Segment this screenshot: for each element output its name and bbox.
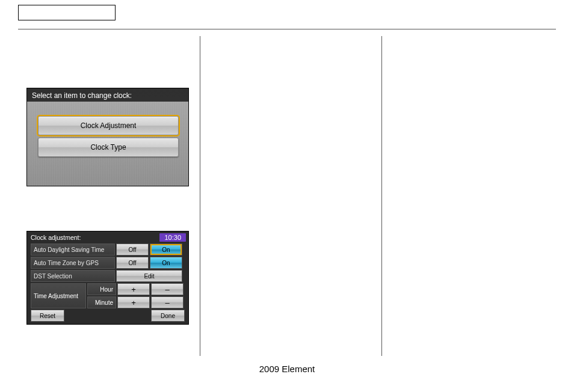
clock-menu-screenshot: Select an item to change clock: Clock Ad…	[26, 88, 189, 186]
timezone-label: Auto Time Zone by GPS	[31, 257, 115, 269]
clock-adjustment-button[interactable]: Clock Adjustment	[38, 116, 179, 135]
minute-label: Minute	[87, 296, 116, 308]
hour-minus-button[interactable]: –	[151, 283, 184, 295]
time-adjustment-group: Time Adjustment Hour + – Minute + –	[27, 282, 188, 308]
screen1-panel: Clock Adjustment Clock Type	[27, 102, 188, 186]
dst-edit-button[interactable]: Edit	[116, 270, 182, 282]
daylight-saving-label: Auto Daylight Saving Time	[31, 243, 115, 256]
done-button[interactable]: Done	[151, 310, 185, 322]
page-footer-label: 2009 Element	[0, 364, 574, 374]
time-adjustment-label: Time Adjustment	[31, 283, 86, 308]
screen2-footer: Reset Done	[31, 310, 185, 322]
settings-grid: Auto Daylight Saving Time Off On Auto Ti…	[27, 243, 188, 282]
dst-selection-label: DST Selection	[31, 270, 115, 282]
reset-button[interactable]: Reset	[31, 310, 64, 322]
timezone-off-button[interactable]: Off	[116, 257, 149, 269]
screen2-header-row: Clock adjustment: 10:30	[27, 231, 188, 243]
screen2-header: Clock adjustment:	[31, 234, 81, 241]
hour-plus-button[interactable]: +	[117, 283, 150, 295]
daylight-on-button[interactable]: On	[150, 243, 182, 256]
screen1-header: Select an item to change clock:	[27, 88, 188, 103]
hour-label: Hour	[87, 283, 116, 295]
horizontal-rule	[18, 29, 556, 29]
empty-header-box	[18, 5, 116, 20]
column-separator-2	[381, 36, 382, 356]
clock-adjustment-screenshot: Clock adjustment: 10:30 Auto Daylight Sa…	[26, 231, 189, 325]
timezone-on-button[interactable]: On	[150, 257, 182, 269]
daylight-off-button[interactable]: Off	[116, 243, 149, 256]
clock-type-button[interactable]: Clock Type	[38, 138, 179, 157]
minute-minus-button[interactable]: –	[151, 296, 184, 308]
minute-plus-button[interactable]: +	[117, 296, 150, 308]
column-separator-1	[200, 36, 200, 356]
clock-time-badge: 10:30	[159, 233, 186, 242]
